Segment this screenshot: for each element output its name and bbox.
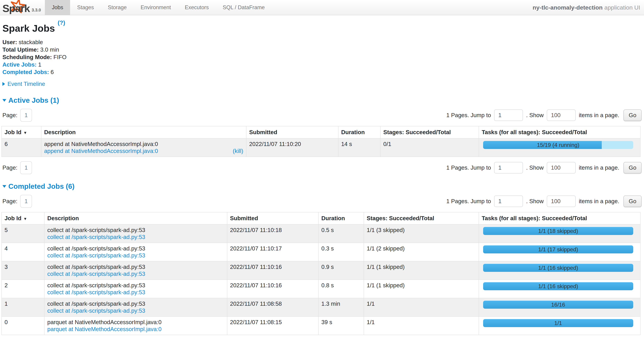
summary-label: User:: [2, 39, 17, 45]
column-header-tasks[interactable]: Tasks (for all stages): Succeeded/Total: [479, 212, 640, 224]
show-items-input[interactable]: [547, 196, 576, 207]
description-cell: append at NativeMethodAccessorImpl.java:…: [41, 138, 246, 157]
job-description-link[interactable]: parquet at NativeMethodAccessorImpl.java…: [47, 326, 162, 333]
page-indicator[interactable]: 1: [20, 195, 32, 208]
job-id-cell: 3: [2, 261, 44, 280]
summary-item: Scheduling Mode: FIFO: [2, 53, 642, 61]
column-header-duration[interactable]: Duration: [318, 212, 364, 224]
job-description-text: parquet at NativeMethodAccessorImpl.java…: [47, 319, 224, 326]
completed-jobs-heading[interactable]: Completed Jobs (6): [2, 182, 642, 191]
items-per-page-label: items in a page.: [579, 164, 619, 171]
description-cell: collect at /spark-scripts/spark-ad.py:53…: [44, 280, 227, 298]
job-description-link[interactable]: collect at /spark-scripts/spark-ad.py:53: [47, 289, 145, 296]
submitted-cell: 2022/11/07 11:10:16: [227, 261, 318, 280]
go-button[interactable]: Go: [624, 196, 642, 207]
summary-value: FIFO: [52, 54, 66, 60]
summary-value: stackable: [17, 39, 43, 45]
active-jobs-heading[interactable]: Active Jobs (1): [2, 96, 642, 104]
tab-jobs[interactable]: Jobs: [45, 0, 70, 15]
job-id-cell: 2: [2, 280, 44, 298]
summary-list: User: stackableTotal Uptime: 3.0 minSche…: [2, 38, 642, 76]
tab-stages[interactable]: Stages: [70, 0, 101, 15]
column-header-duration[interactable]: Duration: [338, 126, 380, 138]
tab-storage[interactable]: Storage: [101, 0, 134, 15]
column-header-tasks[interactable]: Tasks (for all stages): Succeeded/Total: [479, 126, 640, 138]
jump-to-input[interactable]: [494, 162, 523, 173]
table-row: 2collect at /spark-scripts/spark-ad.py:5…: [2, 280, 640, 298]
description-cell: collect at /spark-scripts/spark-ad.py:53…: [44, 224, 227, 243]
job-description-link[interactable]: collect at /spark-scripts/spark-ad.py:53: [47, 307, 145, 314]
table-row: 4collect at /spark-scripts/spark-ad.py:5…: [2, 243, 640, 261]
tab-executors[interactable]: Executors: [178, 0, 216, 15]
column-header-submitted[interactable]: Submitted: [227, 212, 318, 224]
job-description-text: collect at /spark-scripts/spark-ad.py:53: [47, 264, 224, 271]
task-progress-bar: 1/1 (18 skipped): [483, 227, 633, 235]
page-indicator[interactable]: 1: [20, 161, 32, 174]
column-header-submitted[interactable]: Submitted: [246, 126, 338, 138]
progress-label: 1/1 (16 skipped): [483, 264, 633, 272]
pagination-bar: Page:11 Pages. Jump to. Showitems in a p…: [2, 109, 642, 122]
submitted-cell: 2022/11/07 11:08:15: [227, 317, 318, 335]
stages-cell: 1/1: [364, 317, 479, 335]
event-timeline-label: Event Timeline: [8, 81, 45, 87]
column-header-job[interactable]: Job Id ▾: [2, 212, 44, 224]
items-per-page-label: items in a page.: [579, 198, 619, 205]
job-description-link[interactable]: append at NativeMethodAccessorImpl.java:…: [44, 148, 158, 154]
jump-to-input[interactable]: [494, 109, 523, 121]
table-row: 0parquet at NativeMethodAccessorImpl.jav…: [2, 317, 640, 335]
top-nav: APACHE Spark 3.3.0 JobsStagesStorageEnvi…: [0, 0, 644, 15]
jump-to-input[interactable]: [494, 196, 523, 207]
submitted-cell: 2022/11/07 11:08:58: [227, 298, 318, 317]
job-description-text: collect at /spark-scripts/spark-ad.py:53: [47, 245, 224, 252]
submitted-cell: 2022/11/07 11:10:16: [227, 280, 318, 298]
tab-environment[interactable]: Environment: [134, 0, 178, 15]
column-header-description[interactable]: Description: [44, 212, 227, 224]
show-items-input[interactable]: [547, 162, 576, 173]
job-description-link[interactable]: collect at /spark-scripts/spark-ad.py:53: [47, 252, 145, 259]
go-button[interactable]: Go: [624, 162, 642, 173]
items-per-page-label: items in a page.: [579, 112, 619, 118]
column-header-job[interactable]: Job Id ▾: [2, 126, 41, 138]
job-description-link[interactable]: collect at /spark-scripts/spark-ad.py:53: [47, 271, 145, 277]
stages-cell: 1/1: [364, 298, 479, 317]
go-button[interactable]: Go: [624, 109, 642, 121]
collapsed-arrow-icon: [2, 82, 5, 86]
show-items-input[interactable]: [547, 109, 576, 121]
event-timeline-toggle[interactable]: Event Timeline: [2, 81, 642, 87]
table-row: 3collect at /spark-scripts/spark-ad.py:5…: [2, 261, 640, 280]
summary-link-label[interactable]: Completed Jobs:: [2, 69, 49, 75]
stages-cell: 1/1 (2 skipped): [364, 243, 479, 261]
sort-desc-icon: ▾: [23, 130, 26, 135]
summary-link-label[interactable]: Active Jobs:: [2, 61, 36, 68]
pages-total-text: 1 Pages. Jump to: [446, 112, 491, 118]
description-cell: collect at /spark-scripts/spark-ad.py:53…: [44, 261, 227, 280]
duration-cell: 0.8 s: [318, 280, 364, 298]
page-indicator[interactable]: 1: [20, 109, 32, 122]
tasks-cell: 1/1 (18 skipped): [479, 224, 640, 243]
stages-cell: 1/1 (1 skipped): [364, 261, 479, 280]
submitted-cell: 2022/11/07 11:10:20: [246, 138, 338, 157]
kill-link[interactable]: (kill): [233, 148, 243, 154]
duration-cell: 39 s: [318, 317, 364, 335]
column-header-stages[interactable]: Stages: Succeeded/Total: [380, 126, 479, 138]
progress-label: 1/1: [483, 319, 633, 327]
job-description-text: collect at /spark-scripts/spark-ad.py:53: [47, 227, 224, 234]
spark-logo[interactable]: APACHE Spark 3.3.0: [0, 0, 45, 15]
summary-label: Scheduling Mode:: [2, 54, 52, 60]
tasks-cell: 1/1 (17 skipped): [479, 243, 640, 261]
job-description-text: collect at /spark-scripts/spark-ad.py:53: [47, 300, 224, 307]
summary-label: Total Uptime:: [2, 46, 38, 53]
column-header-stages[interactable]: Stages: Succeeded/Total: [364, 212, 479, 224]
description-cell: parquet at NativeMethodAccessorImpl.java…: [44, 317, 227, 335]
page-title-text: Spark Jobs: [2, 23, 55, 34]
spark-version: 3.3.0: [32, 8, 41, 12]
tab-sql-dataframe[interactable]: SQL / DataFrame: [216, 0, 272, 15]
column-header-description[interactable]: Description: [41, 126, 246, 138]
pagination-bar: Page:11 Pages. Jump to. Showitems in a p…: [2, 195, 642, 208]
job-description-link[interactable]: collect at /spark-scripts/spark-ad.py:53: [47, 234, 145, 241]
summary-value: 3.0 min: [38, 46, 59, 53]
tasks-cell: 15/19 (4 running): [479, 138, 640, 157]
help-link[interactable]: (?): [58, 19, 65, 26]
job-description-text: append at NativeMethodAccessorImpl.java:…: [44, 141, 243, 148]
duration-cell: 0.3 s: [318, 243, 364, 261]
